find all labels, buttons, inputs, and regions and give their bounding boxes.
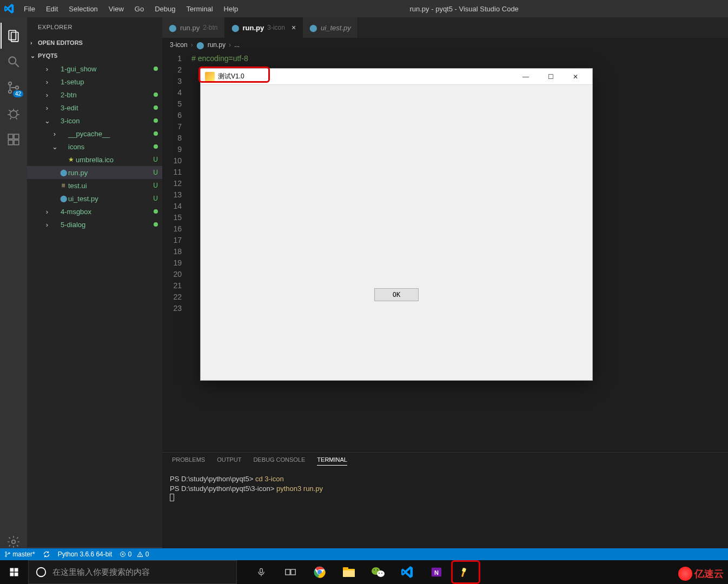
pyqt-app-taskbar-icon[interactable] xyxy=(451,560,480,584)
editor-tab[interactable]: ⬤run.py3-icon× xyxy=(225,17,303,38)
svg-point-4 xyxy=(9,82,11,85)
tree-item-3-icon[interactable]: ⌄3-icon xyxy=(27,114,162,127)
status-sync-icon[interactable] xyxy=(43,550,50,558)
open-editors-header[interactable]: ›OPEN EDITORS xyxy=(27,36,162,49)
panel-tab-output[interactable]: OUTPUT xyxy=(217,456,241,465)
breadcrumb-more[interactable]: ... xyxy=(234,41,240,49)
minimize-button[interactable]: — xyxy=(513,69,538,85)
tree-item-1-gui_show[interactable]: ›1-gui_show xyxy=(27,62,162,75)
file-type-icon: ⬤ xyxy=(58,195,68,202)
tree-item-2-btn[interactable]: ›2-btn xyxy=(27,88,162,101)
pyqt-titlebar[interactable]: 测试V1.0 — ☐ ✕ xyxy=(201,69,592,85)
window-title: run.py - pyqt5 - Visual Studio Code xyxy=(200,5,728,13)
tree-item-3-edit[interactable]: ›3-edit xyxy=(27,101,162,114)
activity-search[interactable] xyxy=(1,49,27,75)
tree-item-ui_test-py[interactable]: ⬤ui_test.pyU xyxy=(27,192,162,205)
modified-dot-icon xyxy=(154,67,158,71)
editor-tab[interactable]: ⬤run.py2-btn xyxy=(162,17,225,38)
tree-item-umbrella-ico[interactable]: ★umbrella.icoU xyxy=(27,153,162,166)
file-type-icon: ⬤ xyxy=(58,169,68,176)
vscode-logo-icon xyxy=(0,4,18,14)
maximize-button[interactable]: ☐ xyxy=(538,69,563,85)
ok-button[interactable]: OK xyxy=(374,288,419,301)
panel-tab-terminal[interactable]: TERMINAL xyxy=(317,456,347,466)
activity-explorer[interactable] xyxy=(1,23,27,49)
terminal-cursor xyxy=(170,494,174,501)
modified-dot-icon xyxy=(154,92,158,97)
pyqt-app-window[interactable]: 测试V1.0 — ☐ ✕ OK xyxy=(200,68,593,381)
modified-dot-icon xyxy=(154,144,158,149)
activity-bar: 42 xyxy=(0,17,27,560)
git-status-u: U xyxy=(150,182,158,189)
file-tree: ›1-gui_show›1-setup›2-btn›3-edit⌄3-icon›… xyxy=(27,62,162,547)
tree-item-icons[interactable]: ⌄icons xyxy=(27,140,162,153)
modified-dot-icon xyxy=(154,209,158,214)
panel-tab-problems[interactable]: PROBLEMS xyxy=(172,456,205,465)
search-placeholder: 在这里输入你要搜索的内容 xyxy=(52,567,150,578)
onenote-icon[interactable]: N xyxy=(422,560,451,584)
vscode-taskbar-icon[interactable] xyxy=(393,560,422,584)
svg-text:N: N xyxy=(434,569,439,576)
svg-point-14 xyxy=(5,555,7,557)
pyqt-title-text: 测试V1.0 xyxy=(218,72,244,81)
menu-go[interactable]: Go xyxy=(129,2,149,16)
menu-selection[interactable]: Selection xyxy=(63,2,103,16)
status-problems[interactable]: 0 0 xyxy=(120,550,149,558)
chevron-right-icon: › xyxy=(191,41,193,49)
svg-rect-34 xyxy=(343,570,355,577)
wechat-icon[interactable] xyxy=(363,560,393,584)
project-header[interactable]: ⌄PYQT5 xyxy=(27,49,162,62)
menu-debug[interactable]: Debug xyxy=(149,2,181,16)
tree-item-1-setup[interactable]: ›1-setup xyxy=(27,75,162,88)
tree-item-4-msgbox[interactable]: ›4-msgbox xyxy=(27,205,162,218)
breadcrumb-file[interactable]: run.py xyxy=(208,41,226,49)
watermark-icon xyxy=(678,567,692,581)
svg-point-37 xyxy=(374,569,375,570)
terminal-body[interactable]: PS D:\study\python\pyqt5> cd 3-iconPS D:… xyxy=(162,469,728,560)
svg-rect-10 xyxy=(8,140,13,145)
svg-rect-8 xyxy=(8,134,13,139)
svg-point-36 xyxy=(377,570,385,577)
svg-point-40 xyxy=(381,573,382,574)
tree-item-__pycache__[interactable]: ›__pycache__ xyxy=(27,127,162,140)
menu-file[interactable]: File xyxy=(18,2,41,16)
chrome-icon[interactable] xyxy=(305,560,334,584)
windows-search[interactable]: 在这里输入你要搜索的内容 xyxy=(28,560,237,584)
close-tab-icon[interactable]: × xyxy=(292,23,296,32)
start-button[interactable] xyxy=(0,560,28,584)
svg-rect-28 xyxy=(291,569,295,575)
status-python[interactable]: Python 3.6.6 64-bit xyxy=(58,550,112,558)
status-bar: master* Python 3.6.6 64-bit 0 0 xyxy=(0,548,728,560)
menu-view[interactable]: View xyxy=(103,2,129,16)
watermark: 亿速云 xyxy=(678,567,724,581)
tree-item-test-ui[interactable]: ≡test.uiU xyxy=(27,179,162,192)
tree-item-run-py[interactable]: ⬤run.pyU xyxy=(27,166,162,179)
activity-debug[interactable] xyxy=(1,101,27,127)
menu-edit[interactable]: Edit xyxy=(41,2,63,16)
python-icon: ⬤ xyxy=(231,24,240,32)
file-type-icon: ≡ xyxy=(58,182,68,189)
sidebar: EXPLORER ›OPEN EDITORS ⌄PYQT5 ›1-gui_sho… xyxy=(27,17,162,560)
mic-icon[interactable] xyxy=(247,560,276,584)
close-button[interactable]: ✕ xyxy=(563,69,588,85)
status-branch[interactable]: master* xyxy=(4,550,35,558)
file-explorer-icon[interactable] xyxy=(334,560,363,584)
breadcrumb-folder[interactable]: 3-icon xyxy=(170,41,188,49)
python-icon: ⬤ xyxy=(196,41,204,49)
breadcrumb[interactable]: 3-icon › ⬤ run.py › ... xyxy=(162,38,728,52)
editor-tab[interactable]: ⬤ui_test.py xyxy=(303,17,358,38)
svg-point-25 xyxy=(37,568,46,577)
panel-tab-debug-console[interactable]: DEBUG CONSOLE xyxy=(253,456,305,465)
tree-item-5-dialog[interactable]: ›5-dialog xyxy=(27,218,162,231)
svg-point-12 xyxy=(12,540,16,544)
umbrella-icon xyxy=(205,72,215,82)
file-type-icon: ★ xyxy=(66,156,76,163)
svg-point-2 xyxy=(9,57,16,64)
svg-point-13 xyxy=(5,552,7,553)
task-view-icon[interactable] xyxy=(276,560,305,584)
svg-rect-26 xyxy=(260,568,263,573)
git-status-u: U xyxy=(150,169,158,176)
activity-scm[interactable]: 42 xyxy=(1,75,27,101)
svg-point-20 xyxy=(140,556,141,556)
activity-extensions[interactable] xyxy=(1,127,27,152)
